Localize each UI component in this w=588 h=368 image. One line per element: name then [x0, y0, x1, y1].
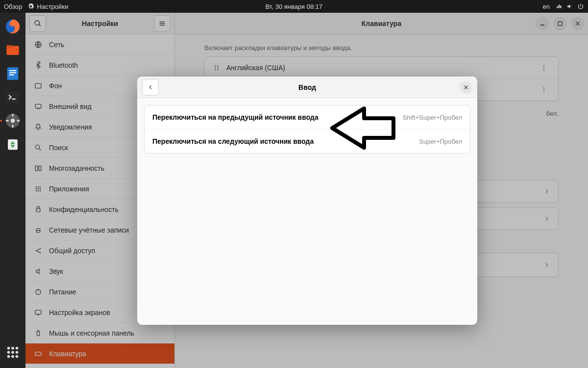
launcher-dock: [0, 13, 25, 368]
svg-rect-14: [17, 120, 20, 122]
svg-point-16: [7, 347, 10, 350]
power-icon: [577, 3, 584, 10]
dialog-title: Ввод: [298, 83, 316, 91]
shortcut-label: Переключиться на следующий источник ввод…: [152, 137, 314, 145]
svg-point-18: [16, 347, 19, 350]
system-status-area[interactable]: [556, 3, 584, 10]
dock-trash[interactable]: [3, 134, 23, 154]
svg-rect-13: [6, 120, 9, 122]
svg-rect-4: [9, 70, 16, 71]
svg-rect-7: [6, 92, 19, 103]
dialog-close-button[interactable]: [460, 81, 472, 94]
svg-rect-15: [8, 139, 18, 150]
input-shortcuts-dialog: Ввод Переключиться на предыдущий источни…: [137, 77, 477, 325]
shortcut-label: Переключиться на предыдущий источник вво…: [152, 113, 318, 121]
svg-rect-11: [12, 114, 14, 117]
svg-rect-2: [6, 45, 12, 47]
shortcut-accelerator: Shift+Super+Пробел: [403, 114, 462, 121]
gear-icon: [27, 3, 34, 10]
svg-rect-3: [7, 67, 19, 80]
svg-rect-6: [9, 74, 14, 75]
shortcut-row-next-source[interactable]: Переключиться на следующий источник ввод…: [145, 130, 470, 153]
dock-show-apps[interactable]: [3, 342, 23, 362]
shortcut-row-prev-source[interactable]: Переключиться на предыдущий источник вво…: [145, 105, 470, 130]
dialog-header: Ввод: [137, 77, 477, 98]
dock-files[interactable]: [3, 40, 23, 60]
svg-point-20: [11, 351, 14, 354]
system-top-bar: Обзор Настройки Вт, 30 января 08:17 en: [0, 0, 588, 13]
svg-point-24: [16, 355, 19, 358]
volume-icon: [566, 3, 573, 10]
input-language-indicator[interactable]: en: [543, 3, 550, 10]
svg-point-21: [16, 351, 19, 354]
svg-point-17: [11, 347, 14, 350]
activities-button[interactable]: Обзор: [4, 3, 23, 10]
clock[interactable]: Вт, 30 января 08:17: [266, 3, 323, 10]
dialog-back-button[interactable]: [142, 79, 159, 96]
dock-settings[interactable]: [3, 111, 23, 131]
svg-point-22: [7, 355, 10, 358]
app-menu[interactable]: Настройки: [27, 3, 69, 10]
svg-point-19: [7, 351, 10, 354]
svg-rect-12: [12, 125, 14, 128]
svg-rect-8: [12, 99, 16, 100]
dock-writer[interactable]: [3, 64, 23, 83]
svg-point-10: [11, 119, 15, 123]
svg-rect-5: [9, 72, 16, 73]
svg-point-23: [11, 355, 14, 358]
dock-firefox[interactable]: [3, 17, 23, 36]
shortcut-accelerator: Super+Пробел: [419, 138, 462, 145]
dock-terminal[interactable]: [3, 87, 23, 107]
shortcut-list: Переключиться на предыдущий источник вво…: [144, 105, 470, 154]
network-icon: [556, 3, 563, 10]
